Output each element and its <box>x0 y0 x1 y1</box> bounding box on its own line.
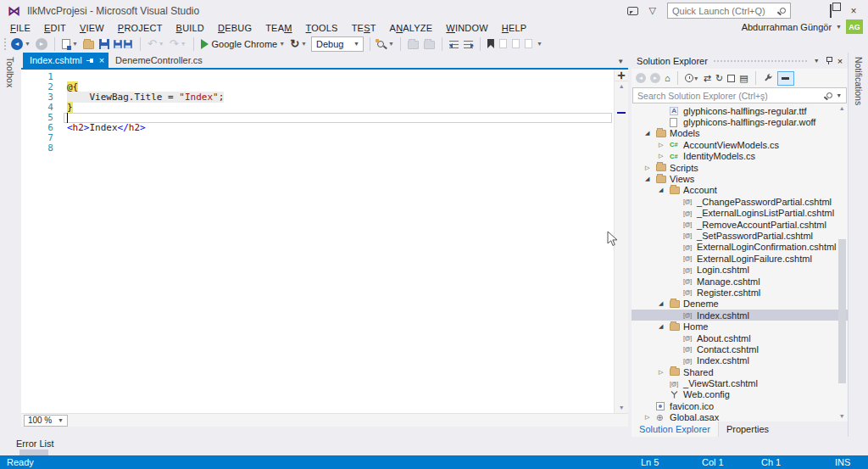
tree-item-index-cshtml[interactable]: [@]Index.cshtml <box>632 310 848 321</box>
code-line-6[interactable]: <h2>Index</h2> <box>64 123 614 133</box>
collapse-arrow-icon[interactable]: ◢ <box>659 300 670 307</box>
window-position-icon[interactable]: ▼ <box>814 58 820 64</box>
clear-bookmarks-button[interactable] <box>524 36 533 53</box>
notifications-tab[interactable]: Notifications <box>854 57 864 105</box>
tree-item-scripts[interactable]: ▷Scripts <box>632 162 848 173</box>
user-dropdown-icon[interactable]: ▼ <box>836 24 842 30</box>
open-file-button[interactable] <box>82 36 95 53</box>
user-avatar[interactable]: AG <box>846 20 863 34</box>
redo-button[interactable]: ↷▼ <box>169 36 187 53</box>
tree-item-externalloginfailure-cshtml[interactable]: [@]ExternalLoginFailure.cshtml <box>632 253 848 264</box>
refresh-button[interactable]: ↻ <box>715 70 723 86</box>
collapse-arrow-icon[interactable]: ◢ <box>659 323 670 330</box>
pin-icon[interactable] <box>825 56 832 65</box>
tree-item-account[interactable]: ◢Account <box>632 185 848 196</box>
menu-analyze[interactable]: ANALYZE <box>383 23 440 33</box>
scroll-up-icon[interactable]: ▲ <box>839 103 845 114</box>
solution-explorer-search-input[interactable]: Search Solution Explorer (Ctrl+ş) ▼ <box>632 87 847 103</box>
expand-arrow-icon[interactable]: ▷ <box>659 153 670 159</box>
tree-item-glyphicons-halflings-regular-woff[interactable]: glyphicons-halflings-regular.woff <box>632 116 848 127</box>
scrollbar-track[interactable] <box>615 92 628 403</box>
tree-item-deneme[interactable]: ◢Deneme <box>632 299 848 310</box>
expand-arrow-icon[interactable]: ▷ <box>645 165 656 171</box>
menu-project[interactable]: PROJECT <box>111 23 170 33</box>
nest-related-files-button[interactable] <box>423 36 436 53</box>
close-tab-icon[interactable]: × <box>99 56 104 64</box>
undo-button[interactable]: ↶▼ <box>147 36 165 53</box>
tab-index-cshtml[interactable]: Index.cshtml × <box>23 53 108 68</box>
split-window-handle[interactable]: ✛ <box>615 70 628 81</box>
feedback-icon[interactable] <box>627 7 638 15</box>
restore-button[interactable] <box>825 5 837 17</box>
error-list-tab[interactable]: Error List <box>16 438 54 449</box>
properties-page-button[interactable]: ▤ <box>739 70 748 86</box>
tree-item-global-asax[interactable]: ▷⊕Global.asax <box>632 412 848 422</box>
back-button[interactable]: ◄ <box>636 70 646 86</box>
tree-item--removeaccountpartial-cshtml[interactable]: [@]_RemoveAccountPartial.cshtml <box>632 219 848 230</box>
tree-item-views[interactable]: ◢Views <box>632 173 848 184</box>
send-frown-icon[interactable]: ▽ <box>649 5 656 16</box>
close-button[interactable]: × <box>848 5 860 17</box>
collapse-arrow-icon[interactable]: ◢ <box>659 187 670 193</box>
search-options-icon[interactable]: ▼ <box>836 92 842 98</box>
new-project-button[interactable]: ▼ <box>61 36 79 53</box>
menu-team[interactable]: TEAM <box>259 23 298 33</box>
code-lines[interactable]: @{ ViewBag.Title = "Index";}<h2>Index</h… <box>64 70 614 413</box>
menu-debug[interactable]: DEBUG <box>211 23 259 33</box>
collapse-arrow-icon[interactable]: ◢ <box>645 130 656 137</box>
toolbar-grip[interactable] <box>3 37 7 50</box>
tree-item-glyphicons-halflings-regular-ttf[interactable]: Aglyphicons-halflings-regular.ttf <box>632 105 848 116</box>
solution-explorer-title-bar[interactable]: Solution Explorer ▼ × <box>632 53 848 69</box>
home-button[interactable]: ⌂ <box>665 70 670 86</box>
previous-bookmark-button[interactable] <box>498 36 508 53</box>
code-line-3[interactable]: ViewBag.Title = "Index"; <box>64 92 614 103</box>
menu-file[interactable]: FILE <box>3 23 37 33</box>
tree-item-home[interactable]: ◢Home <box>632 321 848 332</box>
collapse-arrow-icon[interactable]: ◢ <box>645 176 656 182</box>
save-button[interactable] <box>98 36 110 53</box>
find-in-files-button[interactable] <box>376 36 385 53</box>
navigate-forward-button[interactable]: ► <box>35 36 48 53</box>
decrease-indent-button[interactable] <box>448 36 459 53</box>
tab-solution-explorer[interactable]: Solution Explorer <box>632 422 718 437</box>
scroll-down-icon[interactable]: ▼ <box>619 403 625 413</box>
code-editor[interactable]: 12345678 @{ ViewBag.Title = "Index";}<h2… <box>21 70 628 413</box>
preview-selected-items-toggle[interactable] <box>777 71 794 86</box>
sync-with-active-document-button[interactable]: ⇄ <box>704 70 711 86</box>
code-line-8[interactable] <box>64 143 614 154</box>
next-bookmark-button[interactable] <box>511 36 520 53</box>
refresh-browser-button[interactable]: ↻▼ <box>289 36 308 53</box>
menu-build[interactable]: BUILD <box>170 23 211 33</box>
expand-arrow-icon[interactable]: ▷ <box>659 142 670 148</box>
tree-item-register-cshtml[interactable]: [@]Register.cshtml <box>632 287 848 298</box>
forward-button[interactable]: ► <box>650 70 660 86</box>
menu-edit[interactable]: EDIT <box>37 23 73 33</box>
tree-item-web-config[interactable]: Web.config <box>632 389 848 400</box>
tree-item--setpasswordpartial-cshtml[interactable]: [@]_SetPasswordPartial.cshtml <box>632 230 848 241</box>
tree-item-index-cshtml[interactable]: [@]Index.cshtml <box>632 355 848 366</box>
menu-help[interactable]: HELP <box>495 23 534 33</box>
increase-indent-button[interactable] <box>463 36 474 53</box>
toolbar-options-icon[interactable]: ▼ <box>388 41 394 47</box>
toolbar-options-icon[interactable]: ▼ <box>537 41 542 47</box>
panel-drag-grip[interactable] <box>713 59 809 64</box>
tree-item-shared[interactable]: ▷Shared <box>632 366 848 377</box>
line-number-gutter[interactable]: 12345678 <box>21 70 64 413</box>
pin-icon[interactable] <box>86 57 95 64</box>
toggle-bookmark-button[interactable] <box>487 36 495 53</box>
code-line-1[interactable] <box>64 72 614 82</box>
tree-item-contact-cshtml[interactable]: [@]Contact.cshtml <box>632 343 848 355</box>
collapse-all-button[interactable] <box>727 70 735 86</box>
tree-item-identitymodels-cs[interactable]: ▷C#IdentityModels.cs <box>632 151 848 162</box>
start-debugging-button[interactable]: Google Chrome ▼ <box>200 36 287 53</box>
active-files-dropdown-icon[interactable]: ▼ <box>617 58 624 65</box>
code-line-4[interactable]: } <box>64 103 614 113</box>
expand-arrow-icon[interactable]: ▷ <box>645 414 656 421</box>
tree-item--changepasswordpartial-cshtml[interactable]: [@]_ChangePasswordPartial.cshtml <box>632 196 848 207</box>
expand-arrow-icon[interactable]: ▷ <box>659 369 670 376</box>
tab-properties[interactable]: Properties <box>718 422 776 437</box>
tab-denemecontroller-cs[interactable]: DenemeController.cs <box>108 53 209 68</box>
signed-in-user[interactable]: Abdurrahman Güngör <box>742 22 832 32</box>
scroll-down-icon[interactable]: ▼ <box>839 411 845 422</box>
menu-window[interactable]: WINDOW <box>439 23 494 33</box>
